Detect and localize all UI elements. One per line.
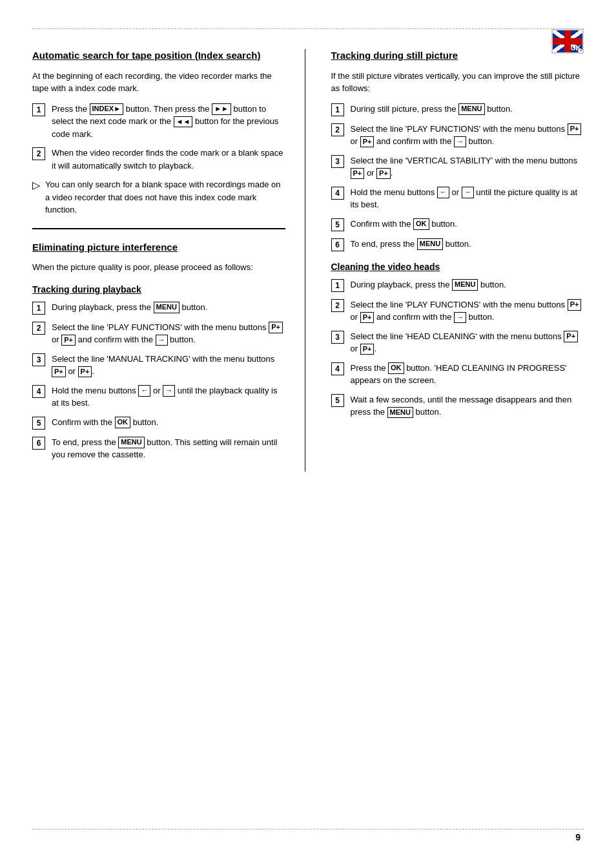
right-key: → xyxy=(454,312,466,323)
menu-key2: MENU xyxy=(387,407,413,418)
step-item: 6 To end, press the MENU button. xyxy=(331,238,584,251)
index-search-intro: At the beginning of each recording, the … xyxy=(32,70,285,95)
divider-1 xyxy=(32,228,285,229)
step-number-1: 1 xyxy=(331,279,344,292)
p-plus-key3: P+ xyxy=(52,366,66,377)
step-text-tp3: Select the line 'MANUAL TRACKING' with t… xyxy=(52,353,285,378)
rew-key: ◄◄ xyxy=(174,116,193,127)
step-number-2: 2 xyxy=(32,147,45,160)
menu-key: MENU xyxy=(154,302,180,313)
index-search-section: Automatic search for tape position (Inde… xyxy=(32,49,285,216)
page-content: Automatic search for tape position (Inde… xyxy=(32,49,584,472)
step-number-3: 3 xyxy=(331,155,344,168)
step-text-ts1: During still picture, press the MENU but… xyxy=(351,103,584,116)
step-item: 6 To end, press the MENU button. This se… xyxy=(32,436,285,461)
step-item: 5 Confirm with the OK button. xyxy=(32,416,285,430)
step-item: 2 Select the line 'PLAY FUNCTIONS' with … xyxy=(331,298,584,324)
ok-key: OK xyxy=(413,218,429,229)
left-key: ← xyxy=(437,187,449,198)
note-text: You can only search for a blank space wi… xyxy=(45,178,285,216)
step-number-2: 2 xyxy=(331,123,344,136)
p-plus-key: P+ xyxy=(568,123,582,134)
step-number-3: 3 xyxy=(331,331,344,344)
menu-key: MENU xyxy=(452,279,478,290)
step-text-ch1: During playback, press the MENU button. xyxy=(351,278,584,291)
step-number-2: 2 xyxy=(32,322,45,335)
step-text-ts2: Select the line 'PLAY FUNCTIONS' with th… xyxy=(351,123,584,148)
p-plus-key3: P+ xyxy=(564,331,578,342)
step-text-ch2: Select the line 'PLAY FUNCTIONS' with th… xyxy=(351,298,584,324)
step-item: 3 Select the line 'MANUAL TRACKING' with… xyxy=(32,353,285,378)
page-number: 9 xyxy=(575,832,580,842)
step-text-2: When the video recorder finds the code m… xyxy=(52,147,285,172)
step-item: 3 Select the line 'VERTICAL STABILITY' w… xyxy=(331,154,584,180)
step-item: 1 During playback, press the MENU button… xyxy=(331,278,584,292)
step-item: 2 Select the line 'PLAY FUNCTIONS' with … xyxy=(331,123,584,148)
step-text-ts4: Hold the menu buttons ← or → until the p… xyxy=(351,186,584,211)
eliminating-interference-section: Eliminating picture interference When th… xyxy=(32,241,285,274)
step-item: 2 Select the line 'PLAY FUNCTIONS' with … xyxy=(32,321,285,346)
step-item: 2 When the video recorder finds the code… xyxy=(32,147,285,172)
p-plus-key2: P+ xyxy=(61,335,76,346)
p-plus-key4: P+ xyxy=(360,344,375,355)
right-key2: → xyxy=(462,187,474,198)
step-number-4: 4 xyxy=(331,187,344,200)
step-number-1: 1 xyxy=(32,103,45,116)
cleaning-heads-title: Cleaning the video heads xyxy=(331,262,584,272)
right-column: Tracking during still picture If the sti… xyxy=(325,49,584,472)
p-plus-key2: P+ xyxy=(360,136,375,147)
ff-key: ►► xyxy=(212,103,231,114)
tracking-playback-title: Tracking during playback xyxy=(32,284,285,295)
step-item: 1 Press the INDEX► button. Then press th… xyxy=(32,103,285,141)
step-number-1: 1 xyxy=(331,103,344,116)
p-plus-key: P+ xyxy=(568,299,582,310)
top-decorative-lines xyxy=(32,28,584,36)
tracking-still-title: Tracking during still picture xyxy=(331,49,584,62)
index-search-note: ▷ You can only search for a blank space … xyxy=(32,178,285,216)
step-number-1: 1 xyxy=(32,302,45,315)
p-plus-key3: P+ xyxy=(351,168,365,179)
cleaning-heads-steps: 1 During playback, press the MENU button… xyxy=(331,278,584,419)
step-text-tp6: To end, press the MENU button. This sett… xyxy=(52,436,285,461)
step-item: 1 During playback, press the MENU button… xyxy=(32,301,285,315)
bottom-decorative-line xyxy=(32,829,584,829)
cleaning-heads-section: Cleaning the video heads 1 During playba… xyxy=(331,262,584,419)
menu-key2: MENU xyxy=(118,437,144,448)
step-number-2: 2 xyxy=(331,299,344,312)
step-item: 4 Hold the menu buttons ← or → until the… xyxy=(331,186,584,211)
ok-key: OK xyxy=(115,417,131,428)
p-plus-key: P+ xyxy=(269,322,283,333)
right-key: → xyxy=(156,335,168,346)
right-key2: → xyxy=(163,385,175,396)
note-icon: ▷ xyxy=(32,178,40,193)
p-plus-key4: P+ xyxy=(376,168,391,179)
step-text-ch3: Select the line 'HEAD CLEANING' with the… xyxy=(351,330,584,355)
step-text-tp5: Confirm with the OK button. xyxy=(52,416,285,429)
p-plus-key2: P+ xyxy=(360,312,375,323)
step-number-3: 3 xyxy=(32,353,45,366)
p-plus-key4: P+ xyxy=(78,366,92,377)
tracking-playback-steps: 1 During playback, press the MENU button… xyxy=(32,301,285,461)
step-text-tp4: Hold the menu buttons ← or → until the p… xyxy=(52,384,285,410)
ok-key: OK xyxy=(388,362,404,373)
step-item: 4 Hold the menu buttons ← or → until the… xyxy=(32,384,285,410)
step-number-6: 6 xyxy=(331,238,344,251)
step-item: 1 During still picture, press the MENU b… xyxy=(331,103,584,116)
step-text-1: Press the INDEX► button. Then press the … xyxy=(52,103,285,141)
step-item: 4 Press the OK button. 'HEAD CLEANING IN… xyxy=(331,362,584,387)
step-text-tp1: During playback, press the MENU button. xyxy=(52,301,285,314)
eliminating-interference-intro: When the picture quality is poor, please… xyxy=(32,261,285,274)
step-text-ts5: Confirm with the OK button. xyxy=(351,218,584,231)
step-number-5: 5 xyxy=(32,417,45,430)
eliminating-interference-title: Eliminating picture interference xyxy=(32,241,285,254)
step-text-ch4: Press the OK button. 'HEAD CLEANING IN P… xyxy=(351,362,584,387)
step-text-ch5: Wait a few seconds, until the message di… xyxy=(351,393,584,419)
menu-key: MENU xyxy=(458,103,484,114)
index-search-steps: 1 Press the INDEX► button. Then press th… xyxy=(32,103,285,172)
step-number-6: 6 xyxy=(32,437,45,450)
uk-label: UK xyxy=(571,44,581,52)
step-number-5: 5 xyxy=(331,218,344,231)
index-search-title: Automatic search for tape position (Inde… xyxy=(32,49,285,62)
step-item: 3 Select the line 'HEAD CLEANING' with t… xyxy=(331,330,584,355)
step-item: 5 Confirm with the OK button. xyxy=(331,218,584,231)
